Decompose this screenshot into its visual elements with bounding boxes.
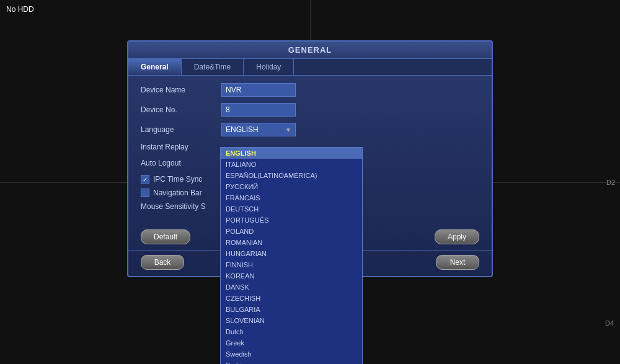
ipc-time-sync-checkbox[interactable]: ✓ xyxy=(141,175,149,184)
dropdown-item-7[interactable]: POLAND xyxy=(221,226,362,237)
dropdown-item-8[interactable]: ROMANIAN xyxy=(221,237,362,248)
navigation-bar-label: Navigation Bar xyxy=(153,189,202,197)
device-name-input[interactable] xyxy=(221,83,296,97)
mouse-sensitivity-label: Mouse Sensitivity S xyxy=(141,202,221,211)
auto-logout-label: Auto Logout xyxy=(141,159,221,167)
tab-holiday[interactable]: Holiday xyxy=(244,59,294,75)
language-row: Language ENGLISH ▼ xyxy=(141,123,479,136)
language-select[interactable]: ENGLISH ▼ xyxy=(221,123,296,136)
no-hdd-label: No HDD xyxy=(6,5,34,14)
default-button[interactable]: Default xyxy=(141,229,190,244)
ipc-time-sync-label: IPC Time Sync xyxy=(153,175,202,184)
general-dialog: GENERAL General Date&Time Holiday Device… xyxy=(127,40,493,277)
back-button[interactable]: Back xyxy=(141,255,184,270)
dropdown-item-14[interactable]: BULGARIA xyxy=(221,304,362,315)
dropdown-item-9[interactable]: HUNGARIAN xyxy=(221,248,362,259)
dropdown-item-3[interactable]: РУССКИЙ xyxy=(221,181,362,192)
language-value: ENGLISH xyxy=(226,125,259,134)
dialog-title: GENERAL xyxy=(128,42,492,59)
apply-button[interactable]: Apply xyxy=(435,229,479,244)
dropdown-item-6[interactable]: PORTUGUÊS xyxy=(221,215,362,226)
corner-d4-label: D4 xyxy=(605,319,614,327)
navigation-bar-checkbox[interactable] xyxy=(141,189,149,197)
language-dropdown: ENGLISH ITALIANO ESPAÑOL(LATINOAMÉRICA) … xyxy=(220,147,363,364)
dropdown-item-10[interactable]: FINNISH xyxy=(221,259,362,270)
next-button[interactable]: Next xyxy=(436,255,479,270)
dropdown-item-19[interactable]: Serbian xyxy=(221,360,362,364)
dialog-body: Device Name Device No. Language ENGLISH … xyxy=(128,76,492,224)
device-no-label: Device No. xyxy=(141,105,221,114)
language-label: Language xyxy=(141,125,221,134)
dropdown-item-4[interactable]: FRANCAIS xyxy=(221,192,362,203)
dropdown-arrow-icon: ▼ xyxy=(285,127,291,133)
monitor-background: No HDD D2 D3 D4 HKC GENERAL General Date… xyxy=(0,0,620,364)
dropdown-item-11[interactable]: KOREAN xyxy=(221,270,362,282)
tab-general[interactable]: General xyxy=(128,59,182,75)
tab-bar: General Date&Time Holiday xyxy=(128,59,492,76)
tab-datetime[interactable]: Date&Time xyxy=(182,59,244,75)
dropdown-item-17[interactable]: Greek xyxy=(221,337,362,348)
dropdown-item-2[interactable]: ESPAÑOL(LATINOAMÉRICA) xyxy=(221,170,362,181)
dropdown-item-12[interactable]: DANSK xyxy=(221,282,362,293)
device-no-row: Device No. xyxy=(141,103,479,117)
dropdown-item-1[interactable]: ITALIANO xyxy=(221,159,362,170)
dropdown-item-5[interactable]: DEUTSCH xyxy=(221,203,362,215)
dropdown-item-0[interactable]: ENGLISH xyxy=(221,148,362,159)
dropdown-item-13[interactable]: CZECHISH xyxy=(221,293,362,304)
instant-replay-label: Instant Replay xyxy=(141,143,221,151)
dropdown-item-18[interactable]: Swedish xyxy=(221,348,362,360)
dropdown-item-16[interactable]: Dutch xyxy=(221,326,362,337)
device-name-row: Device Name xyxy=(141,83,479,97)
dropdown-item-15[interactable]: SLOVENIAN xyxy=(221,315,362,326)
device-no-input[interactable] xyxy=(221,103,296,117)
device-name-label: Device Name xyxy=(141,86,221,94)
corner-d2-label: D2 xyxy=(606,179,615,186)
